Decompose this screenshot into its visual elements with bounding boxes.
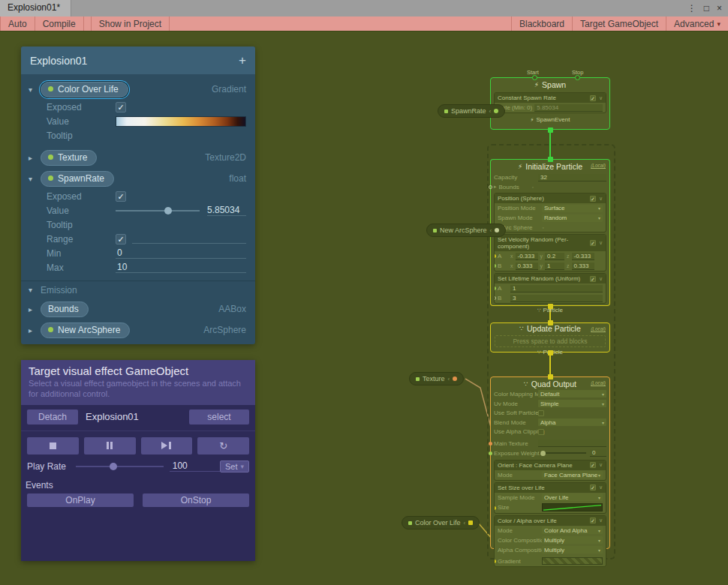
velocity-ay-field[interactable]: 0.2 — [545, 253, 564, 260]
velocity-az-field[interactable]: -0.333 — [572, 253, 594, 260]
row-new-arcsphere[interactable]: ▸ New ArcSphere ArcSphere — [21, 320, 255, 340]
block-enabled-checkbox[interactable]: ✓ — [590, 518, 596, 524]
lifetime-a-port[interactable] — [494, 286, 496, 290]
menu-icon[interactable]: ⋮ — [687, 3, 696, 14]
block-collapse-icon[interactable]: ∨ — [599, 484, 603, 490]
size-curve-field[interactable] — [542, 503, 603, 512]
exposure-weight-slider[interactable] — [540, 452, 586, 454]
window-tab[interactable]: Explosion01* — [0, 0, 71, 16]
position-sphere-block[interactable]: Position (Sphere) ✓ ∨ Position Mode Surf… — [494, 193, 606, 232]
block-enabled-checkbox[interactable]: ✓ — [590, 462, 596, 468]
min-field[interactable]: 0 — [116, 248, 246, 259]
detach-button[interactable]: Detach — [27, 410, 78, 424]
block-enabled-checkbox[interactable]: ✓ — [590, 196, 596, 202]
space-toggle-icon[interactable]: ◦ — [532, 184, 534, 190]
exposure-weight-value[interactable]: 0 — [590, 449, 606, 457]
exposure-weight-port[interactable] — [489, 452, 492, 455]
max-field[interactable]: 10 — [116, 262, 246, 273]
blackboard-header[interactable]: Explosion01 + — [21, 46, 255, 74]
param-node-spawnrate[interactable]: SpawnRate ‹ — [438, 104, 505, 118]
slider-handle[interactable] — [164, 207, 172, 214]
blackboard-toggle-button[interactable]: Blackboard — [511, 16, 572, 31]
gradient-preview[interactable] — [116, 116, 246, 127]
param-pill-color-over-life[interactable]: Color Over Life — [41, 82, 128, 98]
velocity-a-port[interactable] — [494, 254, 496, 258]
exposed-checkbox[interactable]: ✓ — [116, 191, 126, 202]
chevron-down-icon[interactable]: ▾ — [29, 86, 41, 94]
spawn-mode-dropdown[interactable]: Random▾ — [542, 214, 603, 222]
spawn-output-port[interactable] — [548, 128, 553, 133]
param-output-port[interactable] — [494, 109, 498, 113]
lifetime-b-port[interactable] — [494, 296, 496, 300]
param-output-port[interactable] — [468, 520, 473, 525]
param-pill-new-arcsphere[interactable]: New ArcSphere — [41, 322, 130, 338]
slider-handle[interactable] — [540, 451, 546, 456]
collapse-icon[interactable]: ‹ — [490, 227, 492, 234]
main-texture-input-port[interactable] — [489, 442, 492, 446]
node-quad-output[interactable]: ∵ Quad Output (Local) Color Mapping Mode… — [490, 376, 610, 549]
compile-button[interactable]: Compile — [35, 16, 84, 31]
value-slider[interactable] — [116, 210, 200, 212]
chevron-down-icon[interactable]: ▾ — [29, 286, 41, 294]
add-parameter-button[interactable]: + — [239, 54, 246, 67]
update-space-label[interactable]: (Local) — [591, 326, 606, 332]
chevron-down-icon[interactable]: ▾ — [29, 175, 41, 183]
color-composition-dropdown[interactable]: Multiply▾ — [542, 536, 603, 544]
chevron-right-icon[interactable]: ▸ — [29, 326, 41, 334]
pause-button[interactable] — [84, 437, 136, 454]
chevron-right-icon[interactable]: ▸ — [29, 154, 41, 162]
size-input-port[interactable] — [494, 506, 496, 510]
block-enabled-checkbox[interactable]: ✓ — [590, 276, 596, 282]
set-dropdown-button[interactable]: Set ▾ — [220, 460, 249, 472]
block-collapse-icon[interactable]: ∨ — [599, 196, 603, 202]
initialize-output-port[interactable] — [548, 304, 553, 309]
orient-mode-dropdown[interactable]: Face Camera Plane▾ — [542, 471, 603, 478]
gradient-field[interactable] — [542, 557, 603, 565]
block-collapse-icon[interactable]: ∨ — [599, 276, 603, 282]
play-rate-value[interactable]: 100 — [170, 460, 220, 472]
param-pill-texture[interactable]: Texture — [41, 150, 97, 166]
tooltip-field[interactable] — [116, 130, 246, 140]
value-field[interactable]: 5.85034 — [207, 205, 246, 216]
velocity-random-block[interactable]: Set Velocity Random (Per-component) ✓ ∨ … — [494, 234, 606, 272]
lifetime-random-block[interactable]: Set Lifetime Random (Uniform) ✓ ∨ A 1 B … — [494, 273, 606, 304]
color-alpha-over-life-block[interactable]: Color / Alpha over Life ✓ ∨ Mode Color A… — [494, 515, 606, 567]
show-in-project-button[interactable]: Show in Project — [92, 16, 170, 31]
initialize-space-label[interactable]: (Local) — [591, 163, 606, 168]
step-button[interactable] — [141, 437, 193, 454]
collapse-icon[interactable]: ‹ — [448, 376, 450, 382]
uv-mode-dropdown[interactable]: Simple▾ — [538, 400, 606, 407]
tooltip-field[interactable] — [116, 220, 246, 230]
param-pill-bounds[interactable]: Bounds — [41, 302, 89, 317]
block-enabled-checkbox[interactable]: ✓ — [590, 484, 596, 490]
quad-space-label[interactable]: (Local) — [591, 380, 606, 386]
orient-block[interactable]: Orient : Face Camera Plane ✓ ∨ Mode Face… — [494, 460, 606, 481]
select-button[interactable]: select — [189, 410, 249, 424]
param-node-new-arcsphere[interactable]: New ArcSphere ‹ — [426, 224, 506, 237]
space-toggle-icon[interactable]: ◦ — [543, 225, 544, 230]
exposed-checkbox[interactable]: ✓ — [116, 102, 126, 112]
slider-handle[interactable] — [110, 463, 117, 470]
block-enabled-checkbox[interactable]: ✓ — [590, 240, 596, 246]
param-node-texture[interactable]: Texture ‹ — [409, 372, 464, 386]
block-collapse-icon[interactable]: ∨ — [599, 462, 603, 468]
node-spawn[interactable]: Start Stop ⚡ Spawn Constant Spawn Rate ✓… — [490, 77, 610, 130]
set-size-over-life-block[interactable]: Set Size over Life ✓ ∨ Sample Mode Over … — [494, 482, 606, 514]
chevron-right-icon[interactable]: ▸ — [29, 305, 41, 314]
alpha-composition-dropdown[interactable]: Multiply▾ — [542, 546, 603, 554]
color-mode-dropdown[interactable]: Color And Alpha▾ — [542, 526, 603, 534]
collapse-icon[interactable]: ‹ — [464, 520, 466, 526]
lifetime-b-field[interactable]: 3 — [510, 295, 603, 302]
target-gameobject-toggle-button[interactable]: Target GameObject — [572, 16, 666, 31]
velocity-by-field[interactable]: 1 — [545, 262, 564, 270]
color-mapping-mode-dropdown[interactable]: Default▾ — [538, 390, 606, 398]
block-collapse-icon[interactable]: ∨ — [599, 95, 603, 101]
row-spawnrate[interactable]: ▾ SpawnRate float — [21, 168, 255, 189]
rate-value-field[interactable]: 5.85034 — [534, 104, 603, 112]
sample-mode-dropdown[interactable]: Over Life▾ — [542, 494, 603, 501]
node-initialize-particle[interactable]: ⚡ Initialize Particle (Local) Capacity 3… — [490, 159, 610, 306]
update-output-port[interactable] — [548, 350, 553, 356]
velocity-bx-field[interactable]: 0.333 — [516, 262, 538, 270]
capacity-field[interactable]: 32 — [538, 174, 606, 182]
main-texture-field[interactable] — [538, 440, 606, 447]
